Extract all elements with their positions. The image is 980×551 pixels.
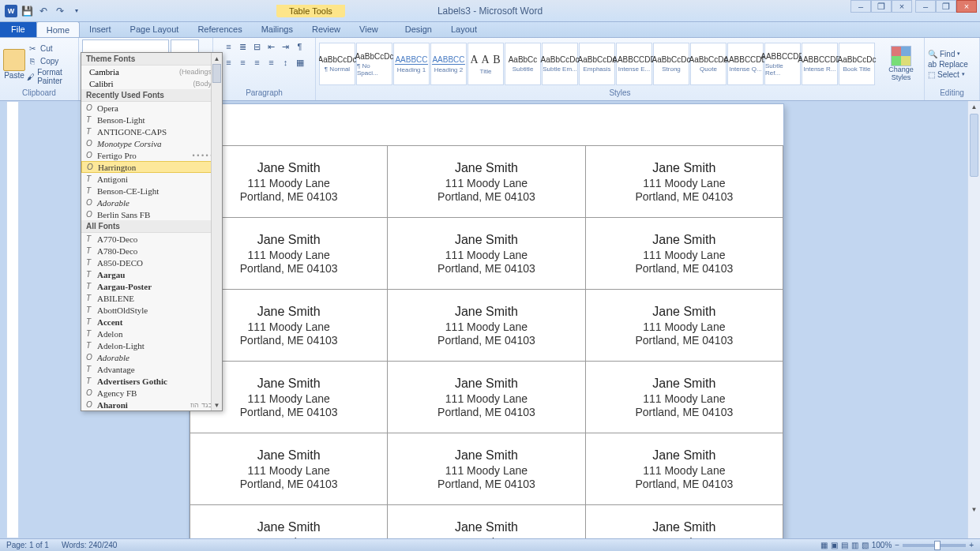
shading-button[interactable]: ▦ bbox=[293, 55, 307, 69]
label-cell[interactable]: Jane Smith111 Moody LanePortland, ME 041… bbox=[388, 433, 585, 505]
tab-layout[interactable]: Layout bbox=[441, 21, 486, 37]
zoom-slider-thumb[interactable] bbox=[934, 541, 941, 550]
font-list-item[interactable]: TAccent bbox=[81, 316, 222, 328]
doc-restore-button[interactable]: ❐ bbox=[871, 0, 892, 13]
document-page[interactable]: Jane Smith111 Moody LanePortland, ME 041… bbox=[190, 104, 783, 538]
zoom-level[interactable]: 100% bbox=[872, 541, 892, 549]
zoom-out-button[interactable]: − bbox=[895, 541, 899, 549]
change-styles-button[interactable]: Change Styles bbox=[881, 46, 921, 82]
font-list-item[interactable]: TA780-Deco bbox=[81, 245, 222, 257]
font-list-item[interactable]: OFertigo Pro• • • • • • bbox=[81, 149, 222, 161]
vertical-scrollbar[interactable]: ▲ ▼ bbox=[967, 101, 980, 538]
undo-icon[interactable]: ↶ bbox=[36, 4, 51, 18]
font-list-item[interactable]: OAharoniאבגד הוז bbox=[81, 399, 222, 410]
tab-insert[interactable]: Insert bbox=[80, 21, 121, 37]
tab-view[interactable]: View bbox=[350, 21, 388, 37]
bullets-button[interactable]: ≡ bbox=[222, 39, 236, 54]
qat-dropdown-icon[interactable]: ▾ bbox=[69, 4, 84, 18]
style-item[interactable]: AaBbCcDcEmphasis bbox=[579, 43, 615, 85]
style-item[interactable]: A A BTitle bbox=[467, 43, 504, 85]
font-list-item[interactable]: TAdvantage bbox=[81, 363, 222, 375]
label-cell[interactable]: Jane Smith111 Moody LanePortland, ME 041… bbox=[190, 433, 388, 505]
style-item[interactable]: AABBCCDDIntense R... bbox=[802, 43, 838, 85]
tab-references[interactable]: References bbox=[188, 21, 251, 37]
style-item[interactable]: AaBbCcDcBook Title bbox=[839, 43, 875, 85]
label-cell[interactable]: Jane Smith111 Moody LanePortland, ME 041… bbox=[388, 146, 585, 218]
style-item[interactable]: AABBCCDDIntense Q... bbox=[727, 43, 764, 85]
style-item[interactable]: AaBbCcSubtitle bbox=[505, 43, 541, 85]
app-minimize-button[interactable]: – bbox=[915, 0, 936, 13]
font-list-item[interactable]: TAdvertisers Gothic bbox=[81, 375, 222, 387]
font-list-item[interactable]: TANTIGONE-CAPS bbox=[81, 126, 222, 137]
redo-icon[interactable]: ↷ bbox=[53, 4, 67, 18]
label-cell[interactable]: Jane Smith111 Moody LanePortland, ME 041… bbox=[585, 433, 783, 505]
doc-close-button[interactable]: × bbox=[892, 0, 912, 13]
style-item[interactable]: AABBCCDDIntense E... bbox=[616, 43, 652, 85]
font-list-item[interactable]: TABILENE bbox=[81, 292, 222, 304]
line-spacing-button[interactable]: ↕ bbox=[279, 55, 293, 69]
view-print-layout-button[interactable]: ▦ bbox=[820, 541, 828, 549]
doc-minimize-button[interactable]: – bbox=[850, 0, 871, 13]
decrease-indent-button[interactable]: ⇤ bbox=[265, 39, 279, 54]
tab-home[interactable]: Home bbox=[36, 21, 80, 37]
label-cell[interactable]: Jane Smith111 Moody LanePortland, ME 041… bbox=[190, 505, 388, 539]
label-cell[interactable]: Jane Smith111 Moody LanePortland, ME 041… bbox=[388, 290, 585, 362]
view-fullscreen-button[interactable]: ▣ bbox=[831, 541, 838, 549]
select-button[interactable]: ⬚Select ▾ bbox=[928, 69, 968, 80]
style-item[interactable]: AaBbCcDc¶ No Spaci... bbox=[356, 43, 392, 85]
label-cell[interactable]: Jane Smith111 Moody LanePortland, ME 041… bbox=[388, 505, 585, 539]
label-cell[interactable]: Jane Smith111 Moody LanePortland, ME 041… bbox=[388, 362, 585, 433]
app-close-button[interactable]: × bbox=[956, 0, 977, 13]
save-icon[interactable]: 💾 bbox=[20, 4, 34, 18]
font-list-item[interactable]: OAdorable bbox=[81, 351, 222, 363]
align-right-button[interactable]: ≡ bbox=[250, 55, 265, 69]
label-cell[interactable]: Jane Smith111 Moody LanePortland, ME 041… bbox=[585, 362, 783, 433]
copy-button[interactable]: ⎘Copy bbox=[27, 54, 75, 67]
font-list-item[interactable]: TAbottOldStyle bbox=[81, 304, 222, 316]
paste-button[interactable]: Paste bbox=[3, 49, 25, 80]
font-theme-item[interactable]: Cambria(Headings) bbox=[81, 66, 222, 77]
label-cell[interactable]: Jane Smith111 Moody LanePortland, ME 041… bbox=[585, 505, 783, 539]
tab-design[interactable]: Design bbox=[396, 21, 441, 37]
font-scroll-down-button[interactable]: ▼ bbox=[212, 399, 222, 410]
font-list-item[interactable]: TBenson-Light bbox=[81, 114, 222, 126]
font-list-item[interactable]: TAdelon bbox=[81, 328, 222, 339]
tab-review[interactable]: Review bbox=[302, 21, 350, 37]
style-item[interactable]: AABBCCHeading 2 bbox=[430, 43, 467, 85]
view-web-button[interactable]: ▤ bbox=[841, 541, 848, 549]
label-cell[interactable]: Jane Smith111 Moody LanePortland, ME 041… bbox=[585, 290, 783, 362]
style-item[interactable]: AABBCCHeading 1 bbox=[393, 43, 430, 85]
cut-button[interactable]: ✂Cut bbox=[27, 42, 75, 54]
scroll-up-button[interactable]: ▲ bbox=[968, 101, 980, 112]
align-left-button[interactable]: ≡ bbox=[222, 55, 236, 69]
word-count-status[interactable]: Words: 240/240 bbox=[62, 541, 117, 549]
app-maximize-button[interactable]: ❐ bbox=[936, 0, 956, 13]
align-center-button[interactable]: ≡ bbox=[236, 55, 250, 69]
view-outline-button[interactable]: ▥ bbox=[851, 541, 858, 549]
style-item[interactable]: AaBbCcDc¶ Normal bbox=[319, 43, 355, 85]
style-item[interactable]: AaBbCcDcStrong bbox=[653, 43, 689, 85]
view-draft-button[interactable]: ▧ bbox=[862, 541, 869, 549]
numbering-button[interactable]: ≣ bbox=[236, 39, 250, 54]
font-list-item[interactable]: TAdelon-Light bbox=[81, 339, 222, 351]
justify-button[interactable]: ≡ bbox=[265, 55, 279, 69]
increase-indent-button[interactable]: ⇥ bbox=[279, 39, 293, 54]
find-button[interactable]: 🔍Find ▾ bbox=[928, 49, 968, 59]
tab-page-layout[interactable]: Page Layout bbox=[121, 21, 189, 37]
font-list-item[interactable]: TA770-Deco bbox=[81, 233, 222, 245]
font-list-item[interactable]: TAntigoni bbox=[81, 173, 222, 185]
file-tab[interactable]: File bbox=[0, 21, 36, 37]
font-list-item[interactable]: TBenson-CE-Light bbox=[81, 185, 222, 197]
format-painter-button[interactable]: 🖌Format Painter bbox=[27, 67, 75, 86]
tab-mailings[interactable]: Mailings bbox=[252, 21, 302, 37]
replace-button[interactable]: abReplace bbox=[928, 59, 968, 69]
multilevel-button[interactable]: ⊟ bbox=[250, 39, 265, 54]
font-theme-item[interactable]: Calibri(Body) bbox=[81, 77, 222, 89]
label-cell[interactable]: Jane Smith111 Moody LanePortland, ME 041… bbox=[585, 146, 783, 218]
zoom-in-button[interactable]: + bbox=[969, 541, 974, 549]
font-list-item[interactable]: TA850-DECO bbox=[81, 257, 222, 268]
font-list-item[interactable]: OMonotype Corsiva bbox=[81, 137, 222, 149]
font-list-item[interactable]: TAargau bbox=[81, 268, 222, 280]
show-hide-button[interactable]: ¶ bbox=[293, 39, 307, 54]
font-list-item[interactable]: OHarrington bbox=[81, 161, 222, 173]
